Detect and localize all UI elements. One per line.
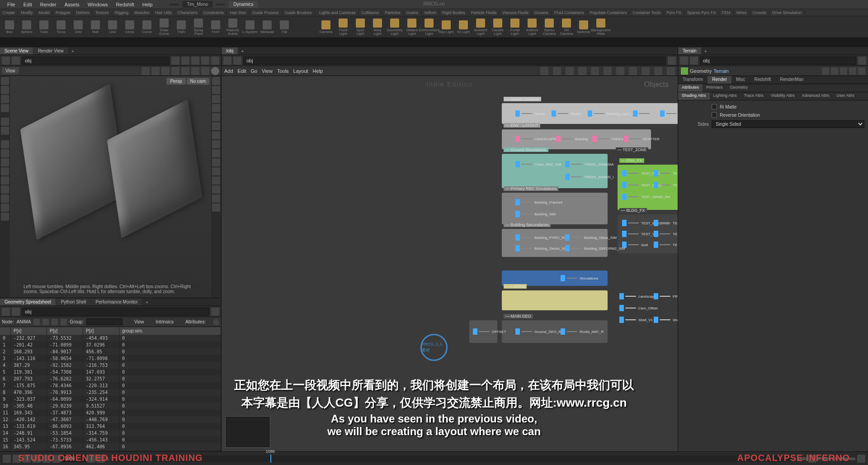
ss-intrinsics-label[interactable]: Intrinsics	[156, 319, 173, 324]
play-stop-icon[interactable]	[23, 455, 31, 463]
ss-help-icon[interactable]	[213, 319, 219, 325]
tool-c[interactable]	[1, 158, 9, 166]
ptab-redshift[interactable]: Redshift	[750, 76, 776, 84]
stab-visibility[interactable]: Visibility Attrs	[767, 92, 798, 100]
disp-3[interactable]	[212, 104, 220, 112]
ss-view-label[interactable]: View	[134, 319, 144, 324]
net-menu-layout[interactable]: Layout	[293, 68, 308, 74]
stab-user[interactable]: User Attrs	[833, 92, 858, 100]
shelf-tool[interactable]: Caustic Light	[490, 17, 505, 37]
check-rimatte[interactable]	[712, 104, 717, 109]
desktop-tab-3[interactable]: Dynamics	[229, 1, 258, 8]
shelf-cat[interactable]: Hair Utils	[152, 10, 175, 15]
network-box[interactable]: — ENV : LAYOUTLANDSCAPEBuildingTREESSCAT…	[502, 129, 651, 149]
table-row[interactable]: 2168.293-84.9017456.050	[0, 348, 221, 355]
path-opt-2[interactable]	[191, 57, 199, 65]
right-tab-terrain[interactable]: Terrain	[678, 47, 701, 54]
param-fwd[interactable]	[690, 57, 698, 65]
shelf-cat[interactable]: Container Tools	[630, 10, 664, 15]
shelf-cat[interactable]: Muscles	[132, 10, 152, 15]
tab-render-view[interactable]: Render View	[33, 47, 68, 54]
param-path-input[interactable]	[700, 57, 856, 65]
ss-class-verts-icon[interactable]	[42, 319, 49, 325]
network-box[interactable]: — ENV_FXTEST_RBDTEST_DEBRISTEST_SANDTEST…	[618, 165, 678, 210]
path-opt-0[interactable]	[171, 57, 179, 65]
tab-scene-view[interactable]: Scene View	[0, 47, 33, 54]
disp-5[interactable]	[212, 131, 220, 139]
network-node[interactable]: Terrain	[515, 110, 545, 117]
view-dropdown[interactable]: View	[2, 67, 19, 74]
shelf-tool[interactable]: Line	[105, 17, 120, 37]
disp-13[interactable]	[212, 204, 220, 212]
network-node[interactable]	[633, 110, 652, 117]
table-row[interactable]: 10-305.48-29.02399.515270	[0, 403, 221, 409]
timeline-track[interactable]: 1086	[114, 456, 792, 462]
network-node[interactable]: Landscaper	[619, 293, 657, 299]
vp-btn-2[interactable]	[161, 67, 170, 75]
shelf-cat[interactable]: Hair Disc	[227, 10, 250, 15]
net-tool-0[interactable]	[540, 67, 548, 75]
network-box[interactable]: — MAIN GEOGround_GEO_RRocks_MAT_R	[502, 320, 608, 343]
disp-10[interactable]	[212, 176, 220, 185]
shelf-cat[interactable]: Collisions	[359, 10, 382, 15]
desktop-tab-1[interactable]: Tim_Mono	[182, 1, 212, 8]
shelf-cat[interactable]: Vellum	[421, 10, 439, 15]
net-tool-7[interactable]	[629, 67, 637, 75]
camera-persp[interactable]: Persp	[166, 78, 185, 85]
shelf-tool[interactable]: Distant Light	[404, 17, 420, 37]
table-row[interactable]: 15-143.524-73.5733-456.1430	[0, 437, 221, 443]
network-node[interactable]: Ground_GEO_R	[515, 328, 561, 335]
shelf-cat[interactable]: Drive Simulation	[769, 10, 805, 15]
network-box[interactable]: OFFSET	[469, 320, 497, 343]
table-row[interactable]: 16345.95-67.0936462.4060	[0, 443, 221, 450]
table-row[interactable]: 6207.793-76.628232.27570	[0, 375, 221, 382]
network-box[interactable]: — Lighting	[502, 290, 608, 310]
shelf-tool[interactable]: File	[277, 17, 292, 37]
shelf-cat[interactable]: Deform	[74, 10, 93, 15]
shelf-tool[interactable]: Background Plate	[593, 17, 609, 37]
table-row[interactable]: 0-232.927-73.5532-454.4930	[0, 335, 221, 342]
path-back[interactable]	[2, 57, 10, 65]
tool-e[interactable]	[1, 176, 9, 185]
shelf-tool[interactable]: Circle	[122, 17, 137, 37]
shelf-cat[interactable]: Grains	[404, 10, 422, 15]
ptab-misc[interactable]: Misc	[731, 76, 750, 84]
param-gear-icon[interactable]	[822, 67, 829, 75]
net-search-icon[interactable]	[654, 67, 662, 75]
network-node[interactable]: LANDSCAPE	[515, 136, 556, 142]
frame-prev[interactable]	[87, 455, 95, 463]
vp-btn-6[interactable]	[201, 67, 209, 75]
table-row[interactable]: 12-420.142-47.3607-448.7690	[0, 416, 221, 423]
shelf-tool[interactable]: Switcher	[576, 17, 591, 37]
shelf-tool[interactable]: Sphere	[19, 17, 34, 37]
disp-12[interactable]	[212, 195, 220, 203]
tool-select[interactable]	[1, 77, 9, 85]
frame-next[interactable]	[97, 455, 105, 463]
net-menu-tools[interactable]: Tools	[277, 68, 289, 74]
shelf-tool[interactable]: Sky Light	[439, 17, 454, 37]
table-row[interactable]: 3-143.116-58.0654-71.00980	[0, 355, 221, 362]
net-menu-help[interactable]: Help	[313, 68, 323, 74]
shelf-tool[interactable]: Platonic Solids	[225, 17, 241, 37]
shelf-tool[interactable]: Draw Curve	[156, 17, 172, 37]
path-fwd[interactable]	[12, 57, 20, 65]
disp-4[interactable]	[212, 122, 220, 130]
shelf-cat[interactable]: Viscous Fluids	[500, 10, 532, 15]
network-node[interactable]: SCATTER	[624, 136, 660, 142]
shelf-tool[interactable]: Tube	[36, 17, 52, 37]
stab-shading[interactable]: Shading Attrs	[678, 92, 710, 100]
param-h-icon[interactable]	[831, 67, 838, 75]
network-node[interactable]: dust	[622, 242, 648, 248]
net-tool-2[interactable]	[566, 67, 574, 75]
shelf-cat[interactable]: Pyro FX	[664, 10, 685, 15]
network-node[interactable]: OFFSET	[473, 328, 506, 335]
disp-lock-icon[interactable]	[212, 113, 220, 121]
shelf-cat[interactable]: Crowds	[750, 10, 770, 15]
disp-11[interactable]	[212, 185, 220, 194]
shelf-tool[interactable]: Null	[88, 17, 103, 37]
network-box[interactable]: — Assets CreationTerrainRocksBuilding_Li…	[502, 103, 678, 124]
bottom-tab-add[interactable]: +	[143, 299, 151, 306]
shelf-tool[interactable]: Camera	[318, 17, 334, 37]
tab-geo-spreadsheet[interactable]: Geometry Spreadsheet	[0, 299, 56, 305]
stab-geometry[interactable]: Geometry	[726, 84, 751, 92]
